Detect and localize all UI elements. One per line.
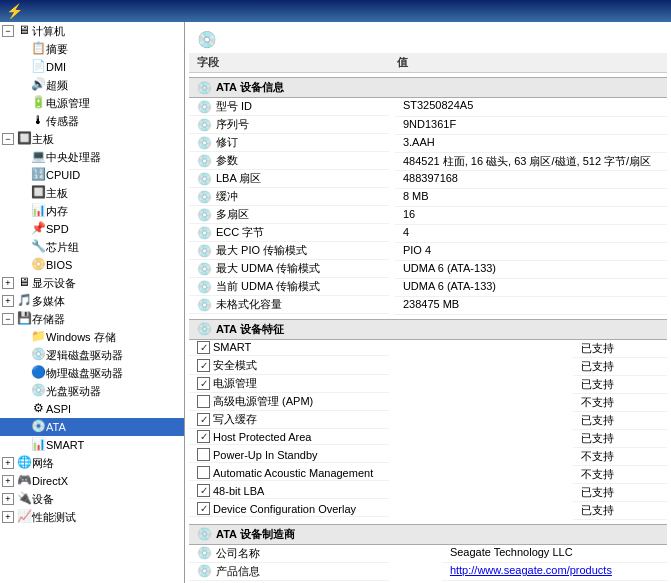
sidebar-item-aspi[interactable]: ⚙ASPI bbox=[0, 400, 184, 418]
row-value: 488397168 bbox=[395, 170, 667, 188]
checkbox-写入缓存[interactable] bbox=[197, 413, 210, 426]
sidebar-label-motherboard: 主板 bbox=[32, 132, 54, 147]
sidebar-label-audio: 超频 bbox=[46, 78, 68, 93]
checkbox-Power-Up-In-Standby[interactable] bbox=[197, 448, 210, 461]
row-hdd-icon: 💿 bbox=[197, 546, 212, 560]
sidebar-item-perf[interactable]: +📈性能测试 bbox=[0, 508, 184, 526]
row-hdd-icon: 💿 bbox=[197, 154, 212, 168]
check-row-value: 已支持 bbox=[573, 501, 667, 519]
sidebar-item-summary[interactable]: 📋摘要 bbox=[0, 40, 184, 58]
checkbox-Host-Protected-Area[interactable] bbox=[197, 430, 210, 443]
section-header-ata-manufacturer: 💿ATA 设备制造商 bbox=[189, 524, 667, 545]
expand-storage[interactable]: − bbox=[2, 313, 14, 325]
table-ata-manufacturer: 💿公司名称Seagate Technology LLC💿产品信息http://w… bbox=[189, 545, 667, 582]
table-row: 电源管理已支持 bbox=[189, 375, 667, 393]
sidebar-item-motherboard[interactable]: −🔲主板 bbox=[0, 130, 184, 148]
col-value: 值 bbox=[389, 53, 667, 73]
sidebar-item-spd[interactable]: 📌SPD bbox=[0, 220, 184, 238]
sidebar-item-multimedia[interactable]: +🎵多媒体 bbox=[0, 292, 184, 310]
row-hdd-icon: 💿 bbox=[197, 280, 212, 294]
audio-icon: 🔊 bbox=[30, 77, 46, 93]
title-bar: ⚡ bbox=[0, 0, 671, 22]
sidebar-item-logdisk[interactable]: 💿逻辑磁盘驱动器 bbox=[0, 346, 184, 364]
sidebar-item-cpuid[interactable]: 🔢CPUID bbox=[0, 166, 184, 184]
table-row: 高级电源管理 (APM)不支持 bbox=[189, 393, 667, 411]
sidebar-item-smart[interactable]: 📊SMART bbox=[0, 436, 184, 454]
sidebar-label-summary: 摘要 bbox=[46, 42, 68, 57]
row-value: 9ND1361F bbox=[395, 116, 667, 134]
power-icon: 🔋 bbox=[30, 95, 46, 111]
row-field: 型号 ID bbox=[216, 99, 252, 114]
cpu-icon: 💻 bbox=[30, 149, 46, 165]
row-link[interactable]: http://www.seagate.com/products bbox=[450, 564, 612, 576]
row-field: 序列号 bbox=[216, 117, 249, 132]
sidebar-label-aspi: ASPI bbox=[46, 403, 71, 415]
sidebar-item-winstorage[interactable]: 📁Windows 存储 bbox=[0, 328, 184, 346]
checkbox-Device-Configuration-Overlay[interactable] bbox=[197, 502, 210, 515]
row-value: 238475 MB bbox=[395, 296, 667, 314]
checkbox-安全模式[interactable] bbox=[197, 359, 210, 372]
sidebar-item-phydisk[interactable]: 🔵物理磁盘驱动器 bbox=[0, 364, 184, 382]
row-hdd-icon: 💿 bbox=[197, 100, 212, 114]
sidebar-item-network[interactable]: +🌐网络 bbox=[0, 454, 184, 472]
check-field-label: 写入缓存 bbox=[213, 412, 257, 427]
row-field: ECC 字节 bbox=[216, 225, 264, 240]
sidebar-label-logdisk: 逻辑磁盘驱动器 bbox=[46, 348, 123, 363]
expand-multimedia[interactable]: + bbox=[2, 295, 14, 307]
sidebar-item-mainboard[interactable]: 🔲主板 bbox=[0, 184, 184, 202]
sidebar-label-ata: ATA bbox=[46, 421, 66, 433]
expand-perf[interactable]: + bbox=[2, 511, 14, 523]
check-row-value: 不支持 bbox=[573, 465, 667, 483]
sidebar-label-multimedia: 多媒体 bbox=[32, 294, 65, 309]
sidebar-item-bios[interactable]: 📀BIOS bbox=[0, 256, 184, 274]
table-row: 💿缓冲8 MB bbox=[189, 188, 667, 206]
sidebar-item-cpu[interactable]: 💻中央处理器 bbox=[0, 148, 184, 166]
checkbox-电源管理[interactable] bbox=[197, 377, 210, 390]
sidebar-item-devices[interactable]: +🔌设备 bbox=[0, 490, 184, 508]
expand-motherboard[interactable]: − bbox=[2, 133, 14, 145]
checkbox-高级电源管理-(APM)[interactable] bbox=[197, 395, 210, 408]
sidebar-item-directx[interactable]: +🎮DirectX bbox=[0, 472, 184, 490]
table-row: 💿当前 UDMA 传输模式UDMA 6 (ATA-133) bbox=[189, 278, 667, 296]
sidebar-item-storage[interactable]: −💾存储器 bbox=[0, 310, 184, 328]
table-row: 💿多扇区16 bbox=[189, 206, 667, 224]
winstorage-icon: 📁 bbox=[30, 329, 46, 345]
row-hdd-icon: 💿 bbox=[197, 208, 212, 222]
sidebar-item-chipset[interactable]: 🔧芯片组 bbox=[0, 238, 184, 256]
section-icon-ata-info: 💿 bbox=[197, 81, 212, 95]
checkbox-SMART[interactable] bbox=[197, 341, 210, 354]
sidebar-item-display[interactable]: +🖥显示设备 bbox=[0, 274, 184, 292]
check-field-label: 安全模式 bbox=[213, 358, 257, 373]
checkbox-Automatic-Acoustic-Management[interactable] bbox=[197, 466, 210, 479]
expand-display[interactable]: + bbox=[2, 277, 14, 289]
sidebar-item-ata[interactable]: 💿ATA bbox=[0, 418, 184, 436]
checkbox-48-bit-LBA[interactable] bbox=[197, 484, 210, 497]
row-value: 8 MB bbox=[395, 188, 667, 206]
bios-icon: 📀 bbox=[30, 257, 46, 273]
table-row: 💿产品信息http://www.seagate.com/products bbox=[189, 563, 667, 581]
table-row: Host Protected Area已支持 bbox=[189, 429, 667, 447]
expand-network[interactable]: + bbox=[2, 457, 14, 469]
expand-directx[interactable]: + bbox=[2, 475, 14, 487]
display-icon: 🖥 bbox=[16, 275, 32, 291]
expand-devices[interactable]: + bbox=[2, 493, 14, 505]
sidebar-item-audio[interactable]: 🔊超频 bbox=[0, 76, 184, 94]
table-row: Device Configuration Overlay已支持 bbox=[189, 501, 667, 519]
expand-computer[interactable]: − bbox=[2, 25, 14, 37]
sidebar-label-spd: SPD bbox=[46, 223, 69, 235]
device-hdd-icon: 💿 bbox=[197, 30, 217, 49]
sidebar: −🖥计算机📋摘要📄DMI🔊超频🔋电源管理🌡传感器−🔲主板💻中央处理器🔢CPUID… bbox=[0, 22, 185, 583]
sensor-icon: 🌡 bbox=[30, 113, 46, 129]
sidebar-item-optical[interactable]: 💿光盘驱动器 bbox=[0, 382, 184, 400]
row-hdd-icon: 💿 bbox=[197, 244, 212, 258]
sidebar-item-dmi[interactable]: 📄DMI bbox=[0, 58, 184, 76]
row-hdd-icon: 💿 bbox=[197, 262, 212, 276]
sidebar-item-power[interactable]: 🔋电源管理 bbox=[0, 94, 184, 112]
check-row-value: 已支持 bbox=[573, 357, 667, 375]
check-field-label: SMART bbox=[213, 341, 251, 353]
row-field: 缓冲 bbox=[216, 189, 238, 204]
row-hdd-icon: 💿 bbox=[197, 172, 212, 186]
sidebar-item-computer[interactable]: −🖥计算机 bbox=[0, 22, 184, 40]
sidebar-item-sensor[interactable]: 🌡传感器 bbox=[0, 112, 184, 130]
sidebar-item-memory[interactable]: 📊内存 bbox=[0, 202, 184, 220]
